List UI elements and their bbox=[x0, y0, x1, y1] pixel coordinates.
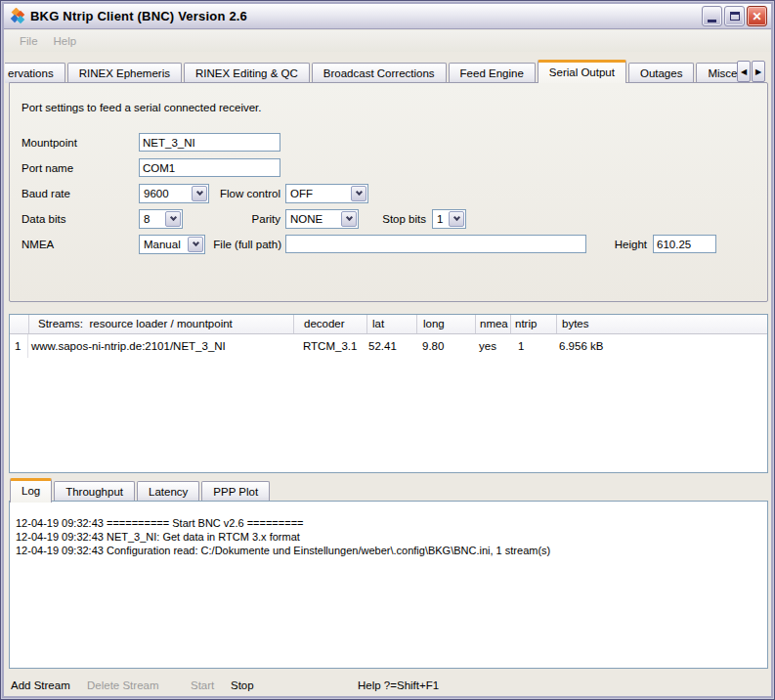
menu-bar: File Help bbox=[4, 30, 771, 52]
parity-label: Parity bbox=[176, 213, 280, 225]
header-mountpoint: Streams: resource loader / mountpoint bbox=[28, 315, 293, 333]
header-row-number bbox=[10, 315, 28, 333]
file-path-input[interactable] bbox=[285, 235, 586, 253]
streams-table: Streams: resource loader / mountpoint de… bbox=[9, 314, 768, 473]
tab-broadcast-corrections[interactable]: Broadcast Corrections bbox=[312, 63, 447, 83]
minimize-icon bbox=[708, 20, 716, 22]
arrow-left-icon: ◀ bbox=[741, 67, 747, 76]
header-long: long bbox=[416, 315, 475, 333]
header-bytes: bytes bbox=[556, 315, 767, 333]
chevron-down-icon bbox=[355, 189, 362, 196]
data-bits-label: Data bits bbox=[22, 213, 65, 225]
row-ntrip: 1 bbox=[510, 340, 556, 352]
flow-control-combo[interactable]: OFF bbox=[285, 184, 368, 203]
tab-latency[interactable]: Latency bbox=[137, 481, 199, 502]
row-bytes: 6.956 kB bbox=[556, 340, 767, 352]
height-input[interactable] bbox=[653, 235, 716, 253]
chevron-down-icon bbox=[452, 214, 459, 221]
port-name-input[interactable] bbox=[139, 158, 280, 177]
header-ntrip: ntrip bbox=[510, 315, 556, 333]
log-tab-bar: Log Throughput Latency PPP Plot bbox=[10, 478, 766, 502]
stop-bits-combo[interactable]: 1 bbox=[432, 209, 466, 229]
close-button[interactable]: ✕ bbox=[747, 6, 767, 26]
port-name-label: Port name bbox=[22, 162, 73, 174]
header-lat: lat bbox=[366, 315, 416, 333]
app-window: BKG Ntrip Client (BNC) Version 2.6 ✕ Fil… bbox=[0, 0, 775, 700]
title-bar[interactable]: BKG Ntrip Client (BNC) Version 2.6 ✕ bbox=[4, 4, 771, 29]
menu-help[interactable]: Help bbox=[46, 35, 85, 47]
row-long: 9.80 bbox=[416, 340, 475, 352]
flow-control-label: Flow control bbox=[176, 188, 280, 199]
baud-rate-label: Baud rate bbox=[22, 188, 70, 199]
tab-log[interactable]: Log bbox=[10, 478, 52, 503]
row-number: 1 bbox=[10, 334, 28, 358]
tab-rinex-ephemeris[interactable]: RINEX Ephemeris bbox=[67, 63, 182, 83]
header-decoder: decoder bbox=[293, 315, 366, 333]
parity-value: NONE bbox=[286, 213, 340, 225]
streams-table-header: Streams: resource loader / mountpoint de… bbox=[10, 315, 767, 334]
tab-scroll-right-button[interactable]: ▶ bbox=[752, 61, 765, 82]
row-lat: 52.41 bbox=[366, 340, 416, 352]
log-line: 12-04-19 09:32:43 ========== Start BNC v… bbox=[16, 516, 767, 530]
row-nmea: yes bbox=[475, 340, 510, 352]
tab-rinex-observations[interactable]: ervations bbox=[5, 63, 65, 83]
parity-dropdown-button bbox=[341, 211, 357, 227]
window-title: BKG Ntrip Client (BNC) Version 2.6 bbox=[30, 9, 700, 23]
table-row[interactable]: 1 www.sapos-ni-ntrip.de:2101/NET_3_NI RT… bbox=[10, 334, 767, 358]
log-output: 12-04-19 09:32:43 ========== Start BNC v… bbox=[9, 501, 768, 669]
stop-bits-value: 1 bbox=[433, 213, 448, 225]
start-button[interactable]: Start bbox=[191, 679, 214, 691]
serial-output-panel: Port settings to feed a serial connected… bbox=[9, 82, 768, 302]
log-line: 12-04-19 09:32:43 Configuration read: C:… bbox=[16, 544, 767, 557]
add-stream-button[interactable]: Add Stream bbox=[11, 679, 70, 691]
header-nmea: nmea bbox=[475, 315, 510, 333]
tab-outages[interactable]: Outages bbox=[628, 63, 694, 83]
minimize-button[interactable] bbox=[702, 6, 722, 26]
tab-scroll-left-button[interactable]: ◀ bbox=[737, 61, 751, 82]
row-decoder: RTCM_3.1 bbox=[293, 340, 366, 352]
flow-control-dropdown-button bbox=[351, 186, 366, 201]
flow-control-value: OFF bbox=[286, 188, 350, 199]
height-label: Height bbox=[596, 239, 647, 250]
tab-ppp-plot[interactable]: PPP Plot bbox=[201, 481, 270, 502]
mountpoint-label: Mountpoint bbox=[22, 137, 77, 149]
tab-feed-engine[interactable]: Feed Engine bbox=[449, 63, 536, 83]
close-icon: ✕ bbox=[752, 10, 761, 23]
tab-rinex-editing-qc[interactable]: RINEX Editing & QC bbox=[184, 63, 310, 83]
tab-serial-output[interactable]: Serial Output bbox=[538, 60, 626, 83]
chevron-down-icon bbox=[345, 214, 352, 221]
app-icon bbox=[10, 8, 26, 24]
stop-bits-dropdown-button bbox=[449, 211, 464, 227]
help-button[interactable]: Help ?=Shift+F1 bbox=[358, 679, 439, 691]
file-path-label: File (full path) bbox=[176, 239, 281, 250]
menu-file[interactable]: File bbox=[12, 35, 46, 47]
data-bits-value: 8 bbox=[140, 213, 164, 225]
mountpoint-input[interactable] bbox=[139, 133, 280, 152]
stop-button[interactable]: Stop bbox=[231, 679, 254, 691]
log-line: 12-04-19 09:32:43 NET_3_NI: Get data in … bbox=[16, 530, 767, 544]
arrow-right-icon: ▶ bbox=[755, 67, 761, 76]
row-mountpoint: www.sapos-ni-ntrip.de:2101/NET_3_NI bbox=[28, 340, 293, 352]
tab-scroll-arrows: ◀ ▶ bbox=[736, 61, 765, 82]
stop-bits-label: Stop bits bbox=[375, 213, 426, 225]
main-tab-bar: ervations RINEX Ephemeris RINEX Editing … bbox=[5, 59, 745, 83]
delete-stream-button[interactable]: Delete Stream bbox=[87, 679, 159, 691]
parity-combo[interactable]: NONE bbox=[285, 209, 359, 229]
tab-throughput[interactable]: Throughput bbox=[54, 481, 135, 502]
maximize-icon bbox=[730, 12, 740, 21]
panel-description: Port settings to feed a serial connected… bbox=[22, 102, 261, 113]
nmea-label: NMEA bbox=[22, 239, 54, 250]
maximize-button[interactable] bbox=[724, 6, 745, 26]
